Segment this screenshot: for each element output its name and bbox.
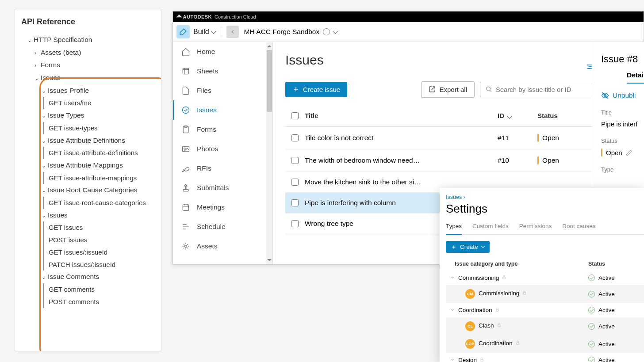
- tab-root-causes[interactable]: Root causes: [562, 223, 595, 234]
- tab-types[interactable]: Types: [446, 223, 462, 235]
- sidebar-item-files[interactable]: Files: [173, 81, 272, 100]
- sidebar-item-assets[interactable]: Assets: [173, 236, 272, 256]
- tree-post-issues[interactable]: POST issues: [43, 234, 155, 246]
- type-row[interactable]: Commissioning Active: [446, 271, 644, 285]
- table-row[interactable]: Tile color is not correct #11 Open ⋮: [285, 127, 631, 149]
- row-id: #11: [498, 134, 537, 142]
- detail-tab-details[interactable]: Details: [627, 71, 644, 84]
- tree-attr-defs[interactable]: ⌄Issue Attribute Definitions: [21, 134, 155, 147]
- type-row[interactable]: Design Active: [446, 353, 644, 362]
- sidebar-item-meetings[interactable]: Meetings: [173, 198, 272, 217]
- field-title-label: Title: [601, 109, 644, 116]
- tree-forms[interactable]: ›Forms: [21, 59, 155, 72]
- sidebar-scrollbar[interactable]: [266, 42, 272, 264]
- sidebar-item-sheets[interactable]: Sheets: [173, 61, 272, 81]
- svg-rect-20: [481, 359, 483, 361]
- select-all-checkbox[interactable]: [291, 112, 299, 119]
- tree-get-attr-defs[interactable]: GET issue-attribute-definitions: [43, 147, 155, 159]
- settings-tabs: Types Custom fields Permissions Root cau…: [446, 223, 644, 235]
- tree-get-issues[interactable]: GET issues: [43, 221, 155, 234]
- create-issue-button[interactable]: Create issue: [285, 82, 347, 97]
- col-id[interactable]: ID: [498, 112, 537, 119]
- svg-rect-6: [183, 189, 188, 191]
- tree-issues[interactable]: ⌄Issues: [21, 72, 155, 84]
- chevron-down-icon[interactable]: [211, 29, 216, 34]
- tree-users-me[interactable]: GET users/me: [43, 97, 155, 109]
- tree-issues2[interactable]: ⌄Issues: [21, 209, 155, 222]
- build-label[interactable]: Build: [193, 28, 209, 36]
- svg-point-9: [587, 65, 588, 65]
- type-status: Active: [588, 357, 641, 362]
- row-checkbox[interactable]: [291, 134, 299, 141]
- type-row[interactable]: Coordination Active: [446, 303, 644, 317]
- tree-attr-maps[interactable]: ⌄Issue Attribute Mappings: [21, 159, 155, 172]
- table-row[interactable]: The width of bedroom window need… #10 Op…: [285, 149, 631, 172]
- tree-patch-issue-id[interactable]: PATCH issues/:issueId: [43, 259, 155, 271]
- row-title: The width of bedroom window need…: [305, 156, 498, 164]
- row-checkbox[interactable]: [291, 157, 299, 164]
- tree-get-issue-types[interactable]: GET issue-types: [43, 122, 155, 134]
- breadcrumb[interactable]: Issues ›: [446, 194, 644, 200]
- tree-get-comments[interactable]: GET comments: [43, 283, 155, 296]
- sidebar-item-submittals[interactable]: Submittals: [173, 178, 272, 198]
- svg-point-12: [487, 87, 491, 91]
- tree-assets[interactable]: ›Assets (beta): [21, 46, 155, 59]
- type-status: Active: [588, 323, 641, 330]
- row-checkbox[interactable]: [291, 199, 299, 206]
- build-icon: [176, 25, 190, 38]
- table-header: Title ID Status Ty: [285, 105, 631, 127]
- type-row[interactable]: CLClash Active: [446, 317, 644, 335]
- sidebar-item-home[interactable]: Home: [173, 42, 272, 61]
- divider: [221, 27, 221, 37]
- chevron-down-icon[interactable]: [333, 29, 337, 34]
- type-label: Commissioning: [458, 274, 499, 281]
- project-name[interactable]: MH ACC Forge Sandbox: [244, 28, 320, 36]
- type-label: Coordination: [458, 307, 492, 313]
- svg-point-8: [185, 245, 187, 248]
- type-label: Commissioning: [479, 290, 519, 297]
- tree-issue-types[interactable]: ⌄Issue Types: [21, 109, 155, 122]
- type-row[interactable]: CMCommissioning Active: [446, 285, 644, 303]
- tree-get-issue-id[interactable]: GET issues/:issueId: [43, 246, 155, 259]
- row-checkbox[interactable]: [291, 220, 299, 227]
- type-label: Clash: [479, 322, 494, 329]
- sidebar-item-forms[interactable]: Forms: [173, 120, 272, 139]
- lock-icon: [502, 275, 506, 280]
- tab-custom-fields[interactable]: Custom fields: [472, 223, 509, 234]
- search-input[interactable]: [496, 86, 603, 93]
- sidebar-item-rfis[interactable]: RFIs: [173, 159, 272, 178]
- tree-get-attr-maps[interactable]: GET issue-attribute-mappings: [43, 172, 155, 184]
- row-status: Open: [537, 156, 599, 164]
- acc-header: AUTODESK Construction Cloud: [173, 11, 644, 22]
- row-checkbox[interactable]: [291, 179, 299, 186]
- export-all-button[interactable]: Export all: [421, 81, 475, 98]
- type-status: Active: [588, 291, 641, 297]
- globe-icon: [323, 28, 330, 35]
- check-icon: [588, 291, 595, 297]
- tree-issues-profile[interactable]: ⌄Issues Profile: [21, 84, 155, 97]
- field-status-value: Open: [601, 149, 644, 156]
- col-status[interactable]: Status: [537, 112, 599, 119]
- tree-http-spec[interactable]: ⌄HTTP Specification: [21, 34, 155, 46]
- search-input-wrap: [480, 82, 609, 97]
- type-row[interactable]: CORCoordination Active: [446, 335, 644, 353]
- type-status: Active: [588, 341, 641, 347]
- edit-icon[interactable]: [626, 149, 632, 156]
- lock-icon: [479, 357, 484, 362]
- col-title[interactable]: Title: [305, 112, 498, 119]
- acc-sidebar: Home Sheets Files Issues Forms Photos RF…: [173, 42, 273, 264]
- back-button[interactable]: [226, 26, 239, 38]
- create-type-button[interactable]: Create: [446, 241, 490, 253]
- row-title: Move the kitchen sink to the other si…: [305, 178, 498, 186]
- toolbar: Create issue Export all: [285, 81, 631, 98]
- tree-post-comments[interactable]: POST comments: [43, 296, 155, 308]
- tree-comments[interactable]: ⌄Issue Comments: [21, 271, 155, 283]
- sidebar-item-issues[interactable]: Issues: [173, 100, 272, 120]
- sidebar-item-schedule[interactable]: Schedule: [173, 217, 272, 236]
- tree-get-root-cause[interactable]: GET issue-root-cause-categories: [43, 197, 155, 209]
- svg-point-5: [184, 148, 185, 149]
- sidebar-item-photos[interactable]: Photos: [173, 139, 272, 159]
- tab-permissions[interactable]: Permissions: [519, 223, 552, 234]
- unpublish-action[interactable]: Unpubli: [601, 91, 644, 99]
- tree-root-cause[interactable]: ⌄Issue Root Cause Categories: [21, 184, 155, 197]
